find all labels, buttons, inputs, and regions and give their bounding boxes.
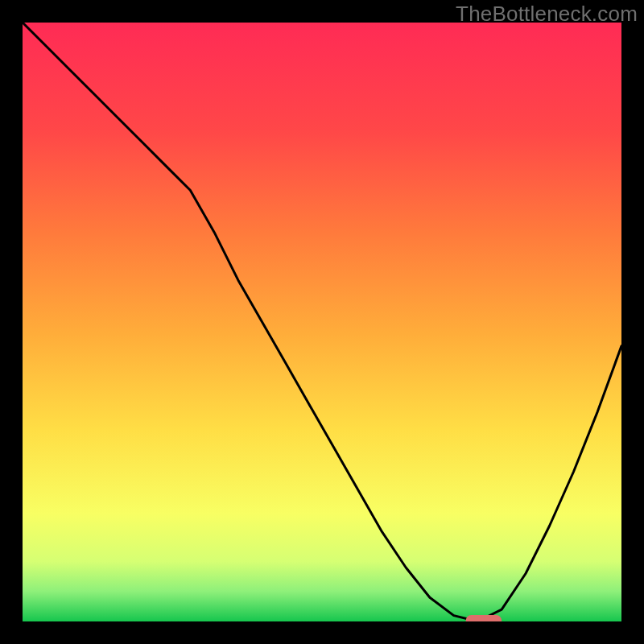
chart-svg [23,23,621,621]
watermark-text: TheBottleneck.com [456,2,638,27]
plot-area [23,23,621,621]
chart-frame: TheBottleneck.com [0,0,644,644]
optimum-marker [466,615,502,621]
